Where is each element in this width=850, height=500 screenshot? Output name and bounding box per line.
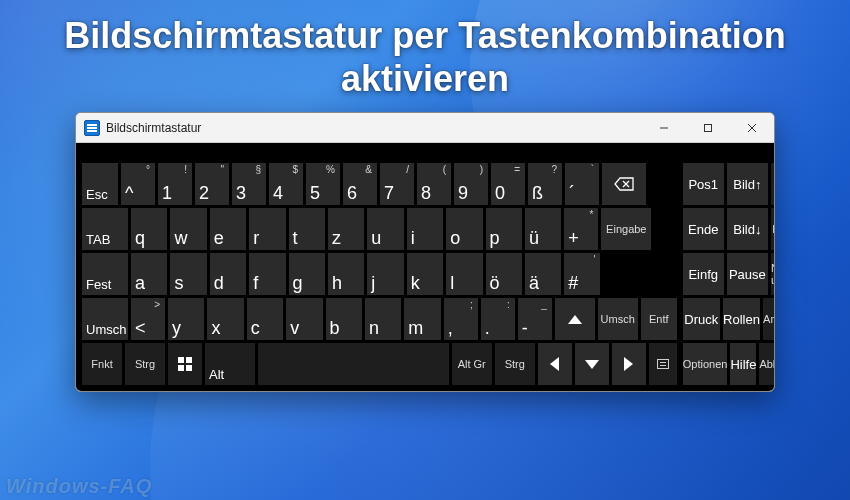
key-space[interactable] [258,343,449,385]
key-help[interactable]: Hilfe [730,343,756,385]
key-5[interactable]: 5% [306,163,340,205]
row-yxcv: Umsch <> y x c v b n m ,; .: -_ Umsch En… [82,298,677,340]
key-g[interactable]: g [289,253,325,295]
row-qwertz: TAB q w e r t z u i o p ü +* Eingabe [82,208,677,250]
key-p[interactable]: p [486,208,522,250]
arrow-right-icon [624,357,633,371]
key-a[interactable]: a [131,253,167,295]
key-i[interactable]: i [407,208,443,250]
key-windows[interactable] [168,343,202,385]
key-pageup[interactable]: Bild↑ [727,163,768,205]
key-delete[interactable]: Entf [641,298,677,340]
key-right[interactable] [612,343,646,385]
key-scroll-down[interactable]: N. unten [771,253,775,295]
key-comma[interactable]: ,; [444,298,478,340]
close-button[interactable] [730,113,774,143]
key-c[interactable]: c [247,298,283,340]
key-0[interactable]: 0= [491,163,525,205]
key-up[interactable] [555,298,595,340]
key-left[interactable] [538,343,572,385]
key-y[interactable]: y [168,298,204,340]
key-t[interactable]: t [289,208,325,250]
arrow-left-icon [550,357,559,371]
key-down[interactable] [575,343,609,385]
key-insert[interactable]: Einfg [683,253,724,295]
key-caret[interactable]: ^° [121,163,155,205]
key-sz[interactable]: ß? [528,163,562,205]
row-asdf: Fest a s d f g h j k l ö ä #' [82,253,677,295]
key-l[interactable]: l [446,253,482,295]
key-r[interactable]: r [249,208,285,250]
key-pause[interactable]: Pause [727,253,768,295]
key-angle[interactable]: <> [131,298,165,340]
key-f[interactable]: f [249,253,285,295]
osk-window: Bildschirmtastatur Esc ^° 1! 2" 3§ 4$ [75,112,775,392]
key-w[interactable]: w [170,208,206,250]
key-plus[interactable]: +* [564,208,598,250]
titlebar: Bildschirmtastatur [76,113,774,143]
key-d[interactable]: d [210,253,246,295]
key-u[interactable]: u [367,208,403,250]
key-capslock[interactable]: Fest [82,253,128,295]
key-shift-left[interactable]: Umsch [82,298,128,340]
key-e[interactable]: e [210,208,246,250]
arrow-down-icon [585,360,599,369]
key-6[interactable]: 6& [343,163,377,205]
key-backspace[interactable] [602,163,646,205]
key-8[interactable]: 8( [417,163,451,205]
headline: Bildschirmtastatur per Tastenkombination… [0,0,850,100]
key-o[interactable]: o [446,208,482,250]
key-fade[interactable]: Abblenden [759,343,775,385]
key-k[interactable]: k [407,253,443,295]
key-2[interactable]: 2" [195,163,229,205]
row-space: Fnkt Strg Alt Alt Gr Strg [82,343,677,385]
key-1[interactable]: 1! [158,163,192,205]
key-v[interactable]: v [286,298,322,340]
key-7[interactable]: 7/ [380,163,414,205]
nav-cluster: Pos1 Bild↑ Nav Ende Bild↓ N. oben Einfg … [683,163,775,385]
key-accent[interactable]: ´` [565,163,599,205]
key-pos1[interactable]: Pos1 [683,163,724,205]
key-9[interactable]: 9) [454,163,488,205]
key-shift-right[interactable]: Umsch [598,298,638,340]
key-nav[interactable]: Nav [771,163,775,205]
key-altgr[interactable]: Alt Gr [452,343,492,385]
key-z[interactable]: z [328,208,364,250]
key-4[interactable]: 4$ [269,163,303,205]
key-enter[interactable]: Eingabe [601,208,651,250]
key-alt-left[interactable]: Alt [205,343,255,385]
key-scroll-up[interactable]: N. oben [771,208,775,250]
key-options[interactable]: Optionen [683,343,728,385]
key-ae[interactable]: ä [525,253,561,295]
key-oe[interactable]: ö [486,253,522,295]
key-end[interactable]: Ende [683,208,724,250]
key-scrolllock[interactable]: Rollen [723,298,760,340]
minimize-button[interactable] [642,113,686,143]
key-hash[interactable]: #' [564,253,600,295]
key-3[interactable]: 3§ [232,163,266,205]
key-pagedown[interactable]: Bild↓ [727,208,768,250]
key-h[interactable]: h [328,253,364,295]
key-ctrl-right[interactable]: Strg [495,343,535,385]
key-m[interactable]: m [404,298,440,340]
key-minus[interactable]: -_ [518,298,552,340]
key-q[interactable]: q [131,208,167,250]
maximize-button[interactable] [686,113,730,143]
key-ctrl-left[interactable]: Strg [125,343,165,385]
key-print[interactable]: Druck [683,298,720,340]
key-ue[interactable]: ü [525,208,561,250]
key-tab[interactable]: TAB [82,208,128,250]
window-title: Bildschirmtastatur [106,121,201,135]
app-icon [84,120,100,136]
key-x[interactable]: x [207,298,243,340]
key-b[interactable]: b [326,298,362,340]
key-context-menu[interactable] [649,343,677,385]
key-j[interactable]: j [367,253,403,295]
key-fn[interactable]: Fnkt [82,343,122,385]
svg-rect-1 [705,124,712,131]
key-n[interactable]: n [365,298,401,340]
key-period[interactable]: .: [481,298,515,340]
key-esc[interactable]: Esc [82,163,118,205]
key-s[interactable]: s [170,253,206,295]
key-dock[interactable]: Andocken [763,298,775,340]
